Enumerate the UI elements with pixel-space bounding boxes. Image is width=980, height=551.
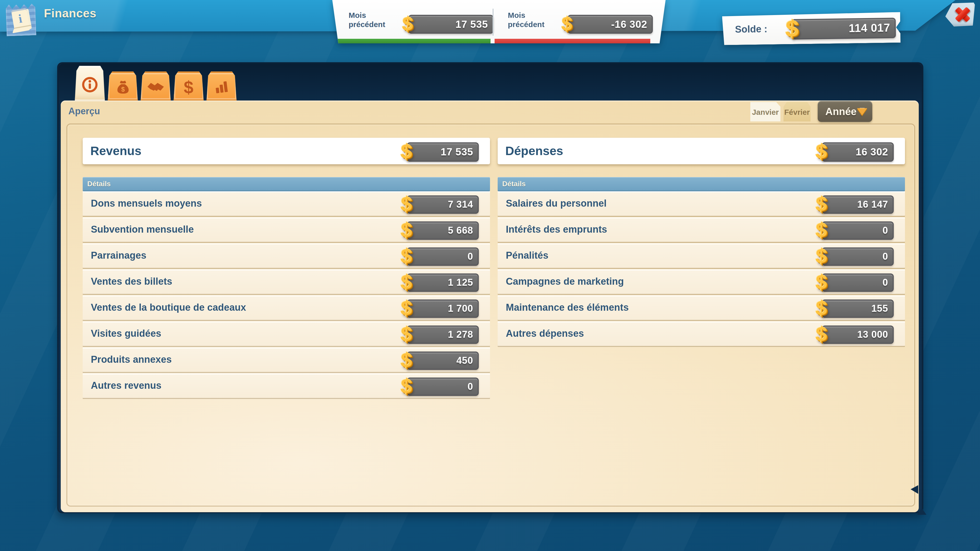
money-pill: $16 147: [822, 195, 894, 214]
money-pill: $0: [407, 378, 479, 396]
finance-row-label: Pénalités: [506, 250, 549, 261]
currency-icon: $: [785, 16, 799, 41]
currency-icon: $: [400, 245, 413, 266]
finance-row-label: Produits annexes: [91, 354, 172, 365]
money-value: 16 147: [857, 199, 888, 210]
tab-overview[interactable]: [73, 66, 106, 101]
balance-panel: Solde : $ 114 017: [722, 12, 900, 45]
overview-panel: Aperçu JanvierFévrier Année 7 Revenus $ …: [61, 100, 919, 512]
info-icon: [81, 76, 99, 94]
money-value: 7 314: [448, 199, 473, 210]
currency-icon: $: [815, 324, 828, 345]
money-pill: $1 700: [407, 300, 479, 318]
dollar-icon: $: [180, 79, 197, 96]
money-pill: $450: [407, 351, 479, 370]
currency-icon: $: [402, 14, 414, 33]
revenues-total-pill: $ 17 535: [407, 142, 479, 162]
svg-text:$: $: [121, 86, 124, 93]
expenses-column: Dépenses $ 16 302 Détails Salaires du pe…: [498, 100, 905, 512]
money-value: 1 700: [448, 303, 473, 314]
money-value: 0: [883, 251, 888, 262]
currency-icon: $: [400, 349, 413, 370]
finance-row-label: Ventes de la boutique de cadeaux: [91, 302, 246, 313]
prev-month-expense-pill: $ -16 302: [568, 15, 653, 34]
finance-row: Produits annexes$450: [83, 348, 490, 372]
money-value: 155: [871, 303, 888, 314]
finance-row: Parrainages$0: [83, 243, 490, 268]
revenues-card: Revenus $ 17 535: [83, 138, 490, 164]
finance-row: Dons mensuels moyens$7 314: [83, 191, 490, 216]
revenues-details-header: Détails: [83, 177, 490, 190]
expenses-list: Salaires du personnel$16 147Intérêts des…: [498, 191, 905, 348]
money-value: 13 000: [857, 329, 888, 340]
finance-row-label: Intérêts des emprunts: [506, 224, 607, 235]
finance-row: Maintenance des éléments$155: [498, 295, 905, 320]
currency-icon: $: [400, 297, 413, 318]
finance-row: Salaires du personnel$16 147: [498, 191, 905, 216]
money-value: 450: [456, 355, 473, 366]
finance-row: Autres dépenses$13 000: [498, 321, 905, 346]
tab-loans[interactable]: $: [172, 71, 205, 101]
cursor-arrow: [911, 485, 918, 494]
finance-row-label: Maintenance des éléments: [506, 302, 629, 313]
expenses-card: Dépenses $ 16 302: [498, 138, 905, 164]
finances-window: i Finances Mois précédent $ 17 535 Mois …: [0, 0, 980, 551]
money-bag-icon: $: [114, 79, 131, 96]
money-pill: $5 668: [407, 221, 479, 240]
money-pill: $7 314: [407, 195, 479, 214]
revenues-total-value: 17 535: [441, 146, 473, 158]
prev-month-expense-label: Mois précédent: [508, 11, 564, 29]
money-pill: $155: [822, 300, 894, 318]
finance-row: Visites guidées$1 278: [83, 321, 490, 346]
finance-row-label: Visites guidées: [91, 328, 161, 339]
expenses-total-pill: $ 16 302: [822, 142, 894, 162]
money-pill: $0: [822, 221, 894, 240]
money-value: 0: [883, 277, 888, 288]
finance-row: Campagnes de marketing$0: [498, 269, 905, 294]
tab-donations[interactable]: $: [107, 71, 139, 101]
finance-row-label: Salaires du personnel: [506, 198, 607, 209]
money-pill: $0: [822, 273, 894, 292]
tab-history[interactable]: [205, 71, 238, 101]
finance-row: Ventes de la boutique de cadeaux$1 700: [83, 295, 490, 320]
money-pill: $0: [822, 248, 894, 266]
revenues-title: Revenus: [90, 144, 142, 158]
currency-icon: $: [815, 272, 828, 292]
bar-chart-icon: [213, 79, 230, 96]
expenses-details-header: Détails: [498, 177, 905, 190]
expenses-total-value: 16 302: [856, 146, 888, 158]
currency-icon: $: [400, 219, 413, 240]
expenses-title: Dépenses: [505, 144, 563, 158]
finance-row: Ventes des billets$1 125: [83, 269, 490, 294]
currency-icon: $: [815, 297, 828, 318]
details-label: Détails: [502, 179, 526, 188]
money-value: 1 125: [448, 277, 473, 288]
finance-row: Pénalités$0: [498, 243, 905, 268]
finance-row-label: Parrainages: [91, 250, 146, 261]
currency-icon: $: [815, 219, 828, 240]
handshake-icon: [147, 79, 164, 96]
previous-month-summary-panel: Mois précédent $ 17 535 Mois précédent $…: [332, 0, 666, 43]
money-pill: $1 278: [407, 326, 479, 344]
details-label: Détails: [87, 179, 111, 188]
finance-row-label: Campagnes de marketing: [506, 276, 624, 287]
balance-value: 114 017: [849, 21, 890, 35]
currency-icon: $: [400, 193, 413, 214]
money-value: 0: [468, 381, 473, 392]
finance-row-label: Subvention mensuelle: [91, 224, 194, 235]
finance-row-label: Autres dépenses: [506, 328, 584, 339]
currency-icon: $: [815, 141, 828, 162]
balance-pill: $ 114 017: [791, 17, 896, 40]
finance-row-label: Ventes des billets: [91, 276, 172, 287]
prev-month-expense-value: -16 302: [611, 18, 647, 30]
prev-month-income-label: Mois précédent: [348, 11, 405, 29]
tab-sponsorships[interactable]: [139, 71, 172, 101]
money-value: 5 668: [448, 225, 473, 236]
money-pill: $0: [407, 248, 479, 266]
currency-icon: $: [561, 14, 573, 33]
currency-icon: $: [400, 272, 413, 292]
money-value: 0: [883, 225, 888, 236]
money-pill: $1 125: [407, 273, 479, 292]
balance-label: Solde :: [735, 24, 767, 35]
currency-icon: $: [400, 324, 413, 345]
